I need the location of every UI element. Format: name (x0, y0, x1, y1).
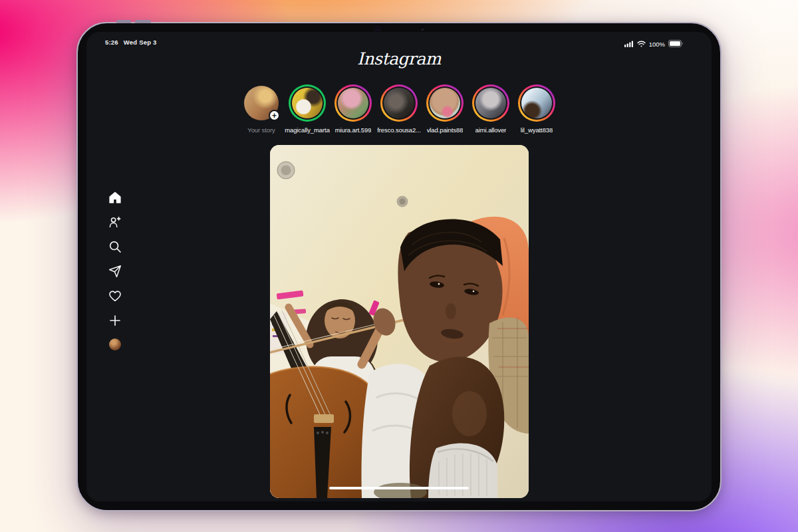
post-photo-illustration (270, 145, 529, 498)
feed-post-photo[interactable] (270, 145, 529, 498)
stories-row: + Your story magically_marta miura.art.5… (86, 84, 712, 134)
story-vlad-paints88[interactable]: vlad.paints88 (424, 84, 466, 134)
story-username: aimi.allover (475, 126, 507, 134)
status-bar-left: 5:26 Wed Sep 3 (105, 39, 157, 46)
volume-up-button[interactable] (116, 20, 131, 23)
tablet-device-frame: 5:26 Wed Sep 3 100% Instagram + (76, 22, 722, 511)
status-bar-right: 100% (624, 38, 684, 50)
story-username: vlad.paints88 (427, 126, 464, 134)
story-avatar (430, 88, 460, 118)
heart-icon (108, 289, 122, 303)
story-aimi-allover[interactable]: aimi.allover (470, 84, 512, 134)
sidebar-item-notifications[interactable] (108, 289, 122, 303)
story-fresco-sousa[interactable]: fresco.sousa2... (378, 84, 420, 134)
ambient-sensor (422, 29, 424, 31)
battery-percent: 100% (649, 41, 665, 48)
sidebar-item-people[interactable] (108, 215, 122, 229)
people-icon (108, 215, 122, 229)
search-icon (108, 240, 122, 253)
front-camera (375, 27, 380, 32)
cellular-signal-icon (624, 38, 634, 50)
wifi-icon (637, 38, 646, 50)
story-username: lil_wyatt838 (521, 126, 553, 134)
tablet-screen: 5:26 Wed Sep 3 100% Instagram + (86, 32, 712, 501)
story-avatar (384, 88, 414, 118)
story-username: magically_marta (285, 126, 330, 134)
clock-date: Wed Sep 3 (124, 39, 157, 46)
plus-icon (108, 314, 122, 327)
sidebar-item-home[interactable] (108, 191, 122, 204)
clock-time: 5:26 (105, 39, 118, 46)
story-avatar (521, 88, 552, 118)
volume-down-button[interactable] (135, 20, 151, 23)
paper-plane-icon (108, 265, 122, 278)
story-avatar (292, 88, 323, 118)
story-miura-art-599[interactable]: miura.art.599 (332, 84, 374, 134)
sidebar-item-profile[interactable] (109, 338, 121, 350)
story-username: Your story (247, 126, 275, 134)
story-avatar (338, 88, 368, 118)
story-your-story[interactable]: + Your story (241, 84, 283, 134)
story-username: miura.art.599 (335, 126, 372, 134)
story-username: fresco.sousa2... (377, 126, 420, 134)
story-magically-marta[interactable]: magically_marta (287, 84, 329, 134)
add-story-plus-icon[interactable]: + (269, 110, 280, 121)
home-indicator-bar[interactable] (329, 487, 469, 490)
story-lil-wyatt838[interactable]: lil_wyatt838 (516, 84, 558, 134)
sidebar-item-create[interactable] (108, 314, 122, 327)
sidebar-item-search[interactable] (108, 240, 122, 253)
battery-icon (668, 38, 684, 50)
instagram-wordmark: Instagram (86, 49, 712, 68)
sidebar-item-messages[interactable] (108, 265, 122, 278)
story-avatar (475, 88, 506, 118)
home-icon (108, 191, 122, 204)
sidebar-nav (108, 191, 122, 350)
